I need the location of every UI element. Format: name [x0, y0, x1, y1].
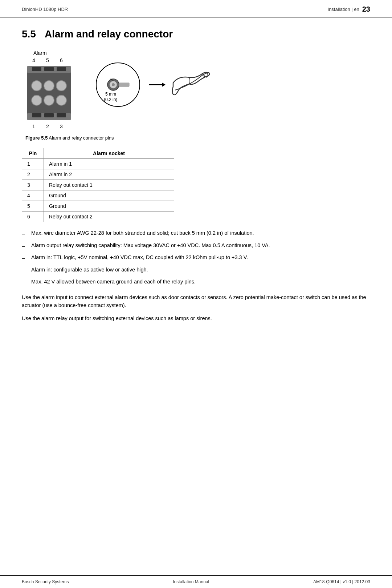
svg-rect-19 [119, 83, 129, 86]
list-item: –Alarm in: configurable as active low or… [22, 266, 370, 275]
bullet-text: Alarm output relay switching capability:… [31, 242, 270, 250]
figure-area: Alarm 4 5 6 [25, 50, 370, 129]
wire-dimension-group: 5 mm (0.2 in) [94, 61, 142, 108]
pin-table: Pin Alarm socket 1Alarm in 12Alarm in 23… [22, 148, 174, 222]
footer-left: Bosch Security Systems [22, 579, 69, 584]
page-wrapper: DinionHD 1080p HDR Installation | en 23 … [0, 0, 392, 588]
table-cell-pin: 1 [22, 159, 44, 169]
svg-rect-4 [44, 67, 54, 71]
figure-caption-text: Alarm and relay connector pins [49, 135, 114, 141]
bullet-text: Alarm in: configurable as active low or … [31, 266, 148, 274]
svg-point-13 [44, 95, 54, 105]
pin-num-6: 6 [54, 57, 68, 63]
svg-point-10 [44, 81, 54, 91]
table-row: 6Relay out contact 2 [22, 212, 174, 222]
pin-num-5: 5 [41, 57, 54, 63]
bullet-list: –Max. wire diameter AWG 22-28 for both s… [22, 229, 370, 287]
bullet-dash: – [22, 278, 28, 287]
bullet-dash: – [22, 242, 28, 250]
footer-right: AM18-Q0614 | v1.0 | 2012.03 [313, 579, 370, 584]
table-cell-socket: Ground [44, 190, 174, 201]
pin-numbers-bottom: 1 2 3 [27, 124, 68, 129]
alarm-label: Alarm [33, 50, 47, 56]
col-header-socket: Alarm socket [44, 148, 174, 159]
table-row: 3Relay out contact 1 [22, 180, 174, 190]
pin-num-1: 1 [27, 124, 41, 129]
svg-text:(0.2 in): (0.2 in) [104, 97, 117, 102]
figure-label: Figure 5.5 [25, 135, 48, 141]
table-row: 1Alarm in 1 [22, 159, 174, 169]
table-row: 5Ground [22, 201, 174, 212]
main-content: 5.5 Alarm and relay connector Alarm 4 5 … [0, 17, 392, 575]
list-item: –Max. 42 V allowed between camera ground… [22, 278, 370, 287]
col-header-pin: Pin [22, 148, 44, 159]
svg-rect-5 [57, 67, 66, 71]
header-right: Installation | en 23 [328, 5, 370, 13]
svg-point-18 [112, 83, 115, 86]
pliers-svg [171, 70, 211, 99]
svg-rect-6 [32, 113, 41, 117]
svg-rect-0 [27, 66, 71, 120]
paragraphs-container: Use the alarm input to connect external … [22, 293, 370, 323]
figure-caption: Figure 5.5 Alarm and relay connector pin… [25, 135, 370, 141]
pin-numbers-top: 4 5 6 [27, 57, 68, 63]
connector-block-svg [25, 64, 73, 122]
list-item: –Max. wire diameter AWG 22-28 for both s… [22, 229, 370, 238]
svg-marker-24 [162, 82, 166, 87]
page-header: DinionHD 1080p HDR Installation | en 23 [0, 0, 392, 17]
pin-num-4: 4 [27, 57, 41, 63]
table-body: 1Alarm in 12Alarm in 23Relay out contact… [22, 159, 174, 222]
svg-text:5 mm: 5 mm [105, 92, 116, 97]
svg-point-12 [32, 95, 42, 105]
section-number: 5.5 [22, 28, 36, 40]
svg-point-14 [56, 95, 66, 105]
svg-rect-7 [44, 113, 54, 117]
list-item: –Alarm in: TTL logic, +5V nominal, +40 V… [22, 254, 370, 262]
table-cell-socket: Relay out contact 1 [44, 180, 174, 190]
bullet-dash: – [22, 230, 28, 238]
table-header-row: Pin Alarm socket [22, 148, 174, 159]
header-page-number: 23 [362, 5, 370, 13]
svg-point-11 [56, 81, 66, 91]
table-cell-pin: 6 [22, 212, 44, 222]
section-heading: 5.5 Alarm and relay connector [22, 28, 370, 40]
list-item: –Alarm output relay switching capability… [22, 242, 370, 250]
table-cell-pin: 5 [22, 201, 44, 212]
tools-area: 5 mm (0.2 in) [94, 61, 211, 108]
header-product: DinionHD 1080p HDR [22, 7, 68, 12]
body-paragraph: Use the alarm input to connect external … [22, 293, 370, 310]
table-cell-pin: 2 [22, 169, 44, 180]
pin-num-2: 2 [41, 124, 54, 129]
table-cell-socket: Relay out contact 2 [44, 212, 174, 222]
bullet-text: Alarm in: TTL logic, +5V nominal, +40 VD… [31, 254, 248, 262]
table-cell-pin: 3 [22, 180, 44, 190]
connector-diagram: Alarm 4 5 6 [25, 50, 73, 129]
section-title: Alarm and relay connector [45, 28, 173, 40]
table-cell-socket: Alarm in 1 [44, 159, 174, 169]
table-row: 4Ground [22, 190, 174, 201]
table-cell-socket: Alarm in 2 [44, 169, 174, 180]
table-cell-socket: Ground [44, 201, 174, 212]
table-cell-pin: 4 [22, 190, 44, 201]
svg-rect-3 [32, 67, 41, 71]
bullet-text: Max. 42 V allowed between camera ground … [31, 278, 196, 286]
bullet-dash: – [22, 254, 28, 262]
svg-point-9 [32, 81, 42, 91]
bullet-text: Max. wire diameter AWG 22-28 for both st… [31, 229, 254, 237]
svg-rect-8 [57, 113, 66, 117]
body-paragraph: Use the alarm relay output for switching… [22, 314, 370, 322]
bullet-dash: – [22, 266, 28, 275]
arrow-svg [147, 77, 166, 92]
pin-num-3: 3 [54, 124, 68, 129]
wire-circle-svg: 5 mm (0.2 in) [94, 61, 142, 108]
table-row: 2Alarm in 2 [22, 169, 174, 180]
page-footer: Bosch Security Systems Installation Manu… [0, 575, 392, 588]
footer-center: Installation Manual [173, 579, 209, 584]
header-section: Installation | en [328, 7, 359, 12]
